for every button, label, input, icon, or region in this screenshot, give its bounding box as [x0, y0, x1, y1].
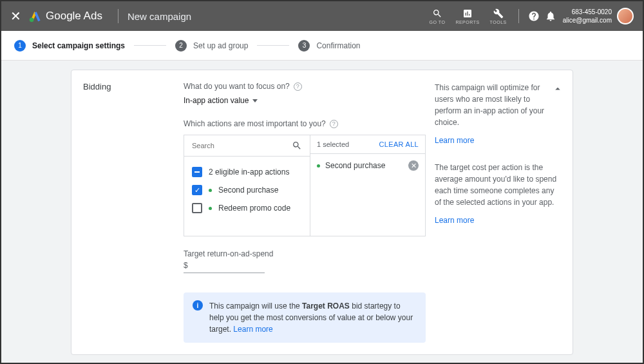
chevron-up-icon[interactable] [552, 83, 564, 95]
bidding-body: What do you want to focus on? ? In-app a… [184, 82, 426, 343]
bidding-title: Bidding [83, 82, 184, 343]
side-info-p1: This campaign will optimize for users wh… [435, 82, 561, 128]
help-icon[interactable]: ? [330, 120, 338, 128]
callout-text: This campaign will use the Target ROAS b… [209, 300, 417, 335]
step-label: Set up ad group [193, 41, 248, 50]
troas-input[interactable]: $ [184, 261, 426, 270]
learn-more-link[interactable]: Learn more [435, 215, 561, 226]
focus-value: In-app action value [184, 96, 249, 105]
step-2[interactable]: 2 Set up ad group [175, 40, 248, 52]
actions-search-row [184, 135, 310, 157]
tools-tool[interactable]: TOOLS [490, 8, 507, 24]
callout-pre: This campaign will use the [209, 302, 302, 311]
brand-text: Google Ads [46, 10, 102, 23]
step-label: Confirmation [316, 41, 360, 50]
selected-label: Second purchase [325, 161, 385, 170]
search-icon[interactable] [292, 140, 302, 151]
google-ads-icon [29, 10, 42, 23]
target-roas-callout: i This campaign will use the Target ROAS… [184, 292, 426, 343]
step-num: 1 [14, 40, 26, 52]
side-info-panel: This campaign will optimize for users wh… [435, 82, 561, 343]
callout-bold: Target ROAS [302, 302, 350, 311]
actions-list: 2 eligible in-app actions Second purchas… [184, 157, 310, 224]
clear-all-button[interactable]: CLEAR ALL [379, 140, 419, 148]
bidding-card: Bidding What do you want to focus on? ? … [71, 70, 573, 355]
help-icon [528, 10, 540, 22]
action-label: Second purchase [218, 186, 278, 195]
bell-icon [545, 10, 556, 22]
chevron-down-icon [252, 99, 258, 102]
step-label: Select campaign settings [32, 41, 125, 50]
wrench-icon [493, 8, 504, 19]
focus-question: What do you want to focus on? [184, 82, 290, 91]
callout-learn-more-link[interactable]: Learn more [233, 325, 272, 334]
action-item-second-purchase[interactable]: Second purchase [192, 181, 302, 199]
currency-prefix: $ [184, 261, 188, 270]
status-dot-icon [209, 207, 212, 210]
selected-count: 1 selected [317, 140, 349, 148]
actions-question: Which actions are most important to you? [184, 119, 326, 128]
actions-box: 2 eligible in-app actions Second purchas… [184, 135, 426, 236]
focus-question-row: What do you want to focus on? ? [184, 82, 426, 91]
eligible-header-row[interactable]: 2 eligible in-app actions [192, 163, 302, 181]
account-id: 683-455-0020 [572, 8, 612, 16]
status-dot-icon [317, 164, 320, 168]
search-icon [432, 8, 442, 19]
checkbox-indeterminate-icon[interactable] [192, 167, 202, 177]
focus-dropdown[interactable]: In-app action value [184, 96, 426, 105]
step-3[interactable]: 3 Confirmation [298, 40, 360, 52]
selected-item: Second purchase ✕ [310, 154, 425, 177]
svg-point-0 [30, 18, 34, 23]
page-title: New campaign [128, 11, 191, 22]
reports-tool[interactable]: REPORTS [455, 8, 479, 24]
app-header: ✕ Google Ads New campaign GO TO REPORTS … [1, 1, 643, 31]
reports-icon [462, 8, 473, 19]
remove-icon[interactable]: ✕ [408, 160, 419, 171]
goto-tool[interactable]: GO TO [430, 8, 446, 24]
checkbox-checked-icon[interactable] [192, 185, 202, 195]
close-icon[interactable]: ✕ [10, 8, 21, 24]
step-num: 3 [298, 40, 310, 52]
eligible-header-text: 2 eligible in-app actions [209, 168, 289, 177]
divider [518, 9, 519, 23]
status-dot-icon [209, 189, 212, 192]
actions-question-row: Which actions are most important to you?… [184, 119, 426, 128]
goto-label: GO TO [430, 20, 446, 24]
help-icon[interactable]: ? [294, 82, 302, 91]
user-info[interactable]: 683-455-0020 alice@gmail.com [563, 8, 612, 24]
actions-selected: 1 selected CLEAR ALL Second purchase ✕ [310, 135, 425, 236]
checkbox-empty-icon[interactable] [192, 203, 202, 213]
help-tool[interactable] [528, 10, 540, 22]
notifications-tool[interactable] [545, 10, 556, 22]
account-email: alice@gmail.com [563, 16, 612, 24]
step-num: 2 [175, 40, 187, 52]
reports-label: REPORTS [455, 20, 479, 24]
side-info-p2: The target cost per action is the averag… [435, 162, 561, 208]
step-connector [257, 45, 289, 46]
divider [118, 9, 118, 23]
learn-more-link[interactable]: Learn more [435, 135, 561, 146]
actions-search-input[interactable] [192, 142, 292, 149]
tools-label: TOOLS [490, 20, 507, 24]
actions-available: 2 eligible in-app actions Second purchas… [184, 135, 310, 236]
info-icon: i [193, 300, 203, 311]
action-label: Redeem promo code [218, 204, 290, 213]
action-item-redeem-promo[interactable]: Redeem promo code [192, 199, 302, 217]
main-content: Bidding What do you want to focus on? ? … [1, 61, 643, 363]
step-1[interactable]: 1 Select campaign settings [14, 40, 125, 52]
troas-label: Target return-on-ad-spend [184, 249, 426, 258]
input-underline [184, 273, 265, 273]
selected-header: 1 selected CLEAR ALL [310, 135, 425, 154]
avatar[interactable] [617, 8, 634, 24]
step-connector [134, 45, 166, 46]
brand-logo[interactable]: Google Ads [29, 10, 102, 23]
stepper: 1 Select campaign settings 2 Set up ad g… [1, 31, 643, 61]
